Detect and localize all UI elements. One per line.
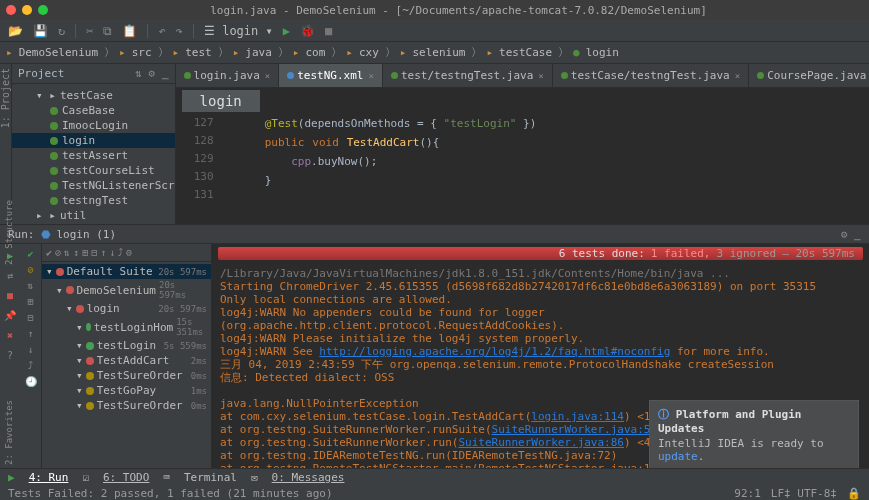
test-row[interactable]: ▾TestSureOrder0ms — [42, 368, 211, 383]
test-row[interactable]: ▾testLogin5s 559ms — [42, 338, 211, 353]
redo-icon[interactable]: ↷ — [176, 24, 183, 38]
todo-toolwindow[interactable]: 6: TODO — [103, 471, 149, 484]
tab-file[interactable]: test/testngTest.java× — [383, 64, 553, 87]
test-row[interactable]: ▾testLoginHom15s 351ms — [42, 316, 211, 338]
filter-ignored-icon[interactable]: ⊘ — [27, 264, 33, 275]
update-link[interactable]: update — [658, 450, 698, 463]
tab-login[interactable]: login.java× — [176, 64, 280, 87]
filter-icon[interactable]: ✔ — [46, 247, 52, 258]
close-icon[interactable]: × — [368, 71, 373, 81]
test-tree[interactable]: ✔⊘⇅↕⊞⊟↑↓⤴⚙ ▾Default Suite20s 597ms▾DemoS… — [42, 244, 212, 484]
open-icon[interactable]: 📂 — [8, 24, 23, 38]
tree-item[interactable]: CaseBase — [12, 103, 175, 118]
left-tabs: 2: Structure 2: Favorites — [0, 200, 18, 465]
lock-icon[interactable]: 🔒 — [847, 487, 861, 500]
bc-item[interactable]: DemoSelenium — [17, 46, 100, 59]
tree-folder[interactable]: ▸ ▸ util — [12, 208, 175, 223]
filter-passed-icon[interactable]: ✔ — [27, 248, 33, 259]
tree-item[interactable]: testCourseList — [12, 163, 175, 178]
structure-tab[interactable]: 2: Structure — [4, 200, 14, 265]
next-icon[interactable]: ↓ — [27, 344, 33, 355]
notif-body: IntelliJ IDEA is ready to — [658, 437, 824, 450]
status-bar: Tests Failed: 2 passed, 1 failed (21 min… — [0, 486, 869, 500]
tab-file[interactable]: testCase/testngTest.java× — [553, 64, 749, 87]
run-toolwindow[interactable]: 4: Run — [29, 471, 69, 484]
close-icon[interactable]: × — [538, 71, 543, 81]
stop-icon[interactable]: ■ — [325, 24, 332, 38]
messages-toolwindow[interactable]: 0: Messages — [272, 471, 345, 484]
close-icon[interactable] — [6, 5, 16, 15]
undo-icon[interactable]: ↶ — [158, 24, 165, 38]
close-icon[interactable]: × — [265, 71, 270, 81]
history-icon[interactable]: 🕘 — [25, 376, 37, 387]
sort-icon[interactable]: ⇅ — [27, 280, 33, 291]
bc-item[interactable]: login — [584, 46, 621, 59]
debug-icon[interactable]: 🐞 — [300, 24, 315, 38]
test-toolbar: ✔ ⊘ ⇅ ⊞ ⊟ ↑ ↓ ⤴ 🕘 — [20, 244, 42, 484]
window-title: login.java - DemoSelenium - [~/Documents… — [54, 4, 863, 17]
refresh-icon[interactable]: ↻ — [58, 24, 65, 38]
tab-testng-xml[interactable]: testNG.xml× — [279, 64, 383, 87]
bottom-toolbar: ▶4: Run ☑6: TODO ⌨Terminal ✉0: Messages — [0, 468, 869, 486]
collapse-icon[interactable]: ⊟ — [27, 312, 33, 323]
export-icon[interactable]: ⤴ — [28, 360, 33, 371]
project-pane: Project⇅ ⚙ ⎯ ▾ ▸ testCase CaseBase Imooc… — [12, 64, 176, 224]
project-tab[interactable]: 1: Project — [0, 68, 11, 128]
maximize-icon[interactable] — [38, 5, 48, 15]
run-tab-header[interactable]: Run: ⬣ login (1) ⚙ ⎯ — [0, 224, 869, 244]
minimize-icon[interactable] — [22, 5, 32, 15]
main-toolbar: 📂 💾 ↻ ✂ ⧉ 📋 ↶ ↷ ☰ login ▾ ▶ 🐞 ■ — [0, 20, 869, 42]
bc-item[interactable]: test — [183, 46, 214, 59]
bc-item[interactable]: testCase — [497, 46, 554, 59]
code-body[interactable]: @Test(dependsOnMethods = { "testLogin" }… — [222, 112, 869, 224]
gear-icon[interactable]: ⚙ ⎯ — [841, 228, 861, 241]
run-icon[interactable]: ▶ — [8, 471, 15, 484]
code-editor[interactable]: 127128129130131 @Test(dependsOnMethods =… — [176, 112, 869, 224]
breadcrumb: ▸ DemoSelenium〉 ▸src〉 ▸test〉 ▸java〉 ▸com… — [0, 42, 869, 64]
tree-item-login[interactable]: login — [12, 133, 175, 148]
bc-item[interactable]: cxy — [357, 46, 381, 59]
caret-pos[interactable]: 92:1 — [734, 487, 761, 500]
inner-tab[interactable]: login — [182, 90, 260, 112]
notif-title: Platform and Plugin Updates — [658, 408, 801, 435]
folder-icon: ▸ — [6, 46, 13, 59]
project-label: Project — [18, 67, 64, 80]
bc-item[interactable]: com — [303, 46, 327, 59]
bc-item[interactable]: src — [130, 46, 154, 59]
test-row[interactable]: ▾Default Suite20s 597ms — [42, 264, 211, 279]
chevron-down-icon[interactable]: ⇅ ⚙ ⎯ — [135, 67, 169, 80]
test-row[interactable]: ▾login20s 597ms — [42, 301, 211, 316]
tree-item[interactable]: testAssert — [12, 148, 175, 163]
cut-icon[interactable]: ✂ — [86, 24, 93, 38]
terminal-toolwindow[interactable]: Terminal — [184, 471, 237, 484]
tree-item[interactable]: TestNGListenerScr — [12, 178, 175, 193]
test-row[interactable]: ▾TestAddCart2ms — [42, 353, 211, 368]
tab-file[interactable]: CoursePage.java× — [749, 64, 869, 87]
tree-item[interactable]: ImoocLogin — [12, 118, 175, 133]
favorites-tab[interactable]: 2: Favorites — [4, 400, 14, 465]
expand-icon[interactable]: ⊞ — [27, 296, 33, 307]
paste-icon[interactable]: 📋 — [122, 24, 137, 38]
prev-icon[interactable]: ↑ — [27, 328, 33, 339]
run-config-name: login (1) — [57, 228, 117, 241]
notification-popup[interactable]: ⓘ Platform and Plugin Updates IntelliJ I… — [649, 400, 859, 470]
run-icon[interactable]: ▶ — [283, 24, 290, 38]
test-row[interactable]: ▾DemoSelenium20s 597ms — [42, 279, 211, 301]
run-config-icon[interactable]: ☰ login ▾ — [204, 24, 273, 38]
project-tree[interactable]: ▾ ▸ testCase CaseBase ImoocLogin login t… — [12, 84, 175, 227]
test-row[interactable]: ▾TestGoPay1ms — [42, 383, 211, 398]
editor-area: login.java× testNG.xml× test/testngTest.… — [176, 64, 869, 224]
status-text: Tests Failed: 2 passed, 1 failed (21 min… — [8, 487, 333, 500]
encoding[interactable]: LF‡ UTF-8‡ — [771, 487, 837, 500]
save-icon[interactable]: 💾 — [33, 24, 48, 38]
bc-item[interactable]: java — [243, 46, 274, 59]
test-progress: 6 tests done: 1 failed, 3 ignored – 20s … — [218, 247, 863, 260]
test-row[interactable]: ▾TestSureOrder0ms — [42, 398, 211, 413]
title-bar: login.java - DemoSelenium - [~/Documents… — [0, 0, 869, 20]
copy-icon[interactable]: ⧉ — [103, 24, 112, 38]
tree-folder[interactable]: ▾ ▸ testCase — [12, 88, 175, 103]
bc-item[interactable]: selenium — [410, 46, 467, 59]
tree-item[interactable]: testngTest — [12, 193, 175, 208]
close-icon[interactable]: × — [735, 71, 740, 81]
editor-tabs: login.java× testNG.xml× test/testngTest.… — [176, 64, 869, 88]
